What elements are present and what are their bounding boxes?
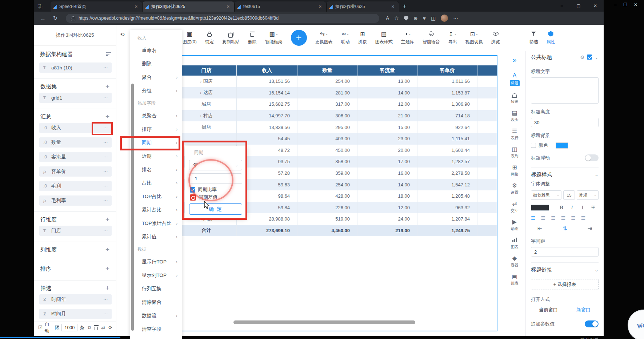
field-more-icon[interactable]: ⋯ — [103, 297, 108, 302]
outer-minimize-button[interactable]: – — [612, 2, 619, 7]
toolbar-layers[interactable]: ▣图层(0) — [183, 31, 197, 45]
align-right-icon[interactable]: ☰ — [551, 215, 556, 221]
menu-item-排名[interactable]: 排名› — [130, 163, 182, 176]
back-icon[interactable]: ← — [37, 15, 49, 21]
tab-close-icon[interactable]: ✕ — [133, 4, 139, 9]
menu-item-数据流[interactable]: 数据流› — [130, 309, 182, 322]
strip-item-grid[interactable]: ⊞网格 — [511, 164, 519, 177]
toolbar-splice[interactable]: ⊞拼接 — [358, 31, 367, 45]
column-header[interactable] — [477, 65, 497, 76]
strip-item-title[interactable]: A标题 — [510, 72, 520, 86]
field-more-icon[interactable]: ⋯ — [103, 311, 108, 316]
table-row[interactable]: 合计273,696.104,450.00219.001,249.75 — [176, 225, 497, 236]
outer-close-button[interactable]: ✕ — [632, 2, 639, 7]
column-header[interactable]: 数量 — [297, 65, 357, 76]
column-header[interactable]: 门店 — [176, 65, 236, 76]
title-float-toggle[interactable] — [585, 154, 599, 161]
strikethrough-icon[interactable]: T — [589, 205, 597, 211]
font-weight-select[interactable]: 常规⌄ — [577, 190, 599, 200]
collapse-panel-icon[interactable]: » — [513, 56, 517, 64]
menu-item-分组[interactable]: 分组› — [130, 84, 182, 97]
profile-avatar[interactable] — [441, 15, 448, 22]
field-pill-数量[interactable]: .0数量⋯ — [39, 137, 112, 148]
browser-essentials-icon[interactable]: ♥ — [423, 15, 426, 21]
table-row[interactable]: 街店13,839.56295.0015.00922.64 — [176, 121, 497, 133]
chevron-down-icon[interactable]: ⌄ — [595, 267, 599, 273]
field-more-icon[interactable]: ⋯ — [103, 183, 108, 189]
toolbar-trash[interactable]: 删除 — [248, 31, 257, 45]
menu-item-排序[interactable]: 排序› — [130, 122, 182, 136]
video-progress-bar[interactable] — [0, 337, 120, 338]
align-center-icon[interactable]: ☰ — [541, 215, 546, 221]
field-more-icon[interactable]: ⋯ — [103, 65, 108, 70]
field-pill-grid1[interactable]: Tgrid1⋯ — [39, 93, 112, 103]
add-field-icon[interactable]: + — [105, 82, 109, 90]
strip-item-table-row[interactable]: ☰表行 — [511, 128, 519, 141]
field-pill-客单价[interactable]: fx客单价⋯ — [39, 166, 112, 177]
indent-left-icon[interactable]: ⇤ — [537, 225, 542, 232]
browser-tab[interactable]: Speed-BI首页✕ — [51, 1, 143, 12]
horizontal-scrollbar[interactable] — [233, 320, 415, 324]
field-pill-时间月[interactable]: Z时间月⋯ — [39, 309, 112, 319]
font-size-input[interactable]: 15 — [563, 190, 575, 200]
tab-close-icon[interactable]: ✕ — [225, 4, 231, 9]
menu-item-显示列TOP[interactable]: 显示列TOP› — [130, 269, 182, 282]
browser-tab[interactable]: test0615✕ — [235, 1, 327, 12]
gear-icon[interactable]: ⚙ — [580, 55, 584, 60]
extensions-icon[interactable]: ◫ — [431, 15, 436, 21]
open-current-option[interactable]: 当前窗口 — [539, 307, 558, 313]
shuffle-icon[interactable]: ⇄ — [101, 325, 105, 330]
field-pill-门店[interactable]: T门店⋯ — [39, 226, 112, 236]
field-more-icon[interactable]: ⋯ — [103, 95, 108, 100]
field-more-icon[interactable]: ⋯ — [103, 228, 108, 233]
row-limit-input[interactable] — [61, 324, 77, 331]
menu-item-聚合[interactable]: 聚合› — [130, 70, 182, 84]
strip-item-table-header[interactable]: ▤表头 — [511, 109, 519, 122]
auto-checkbox[interactable]: ☑ — [38, 325, 43, 330]
field-pill-毛利[interactable]: .0毛利⋯ — [39, 181, 112, 191]
title-height-input[interactable]: 30 — [531, 118, 599, 127]
menu-item-重命名[interactable]: 重命名 — [130, 44, 182, 57]
font-color-swatch[interactable] — [531, 205, 549, 211]
field-pill-a81h (10)[interactable]: Ta81h (10)⋯ — [39, 62, 112, 73]
refresh-icon[interactable]: ↻ — [49, 15, 61, 21]
strip-item-table-column[interactable]: ◫表列 — [511, 146, 519, 159]
field-more-icon[interactable]: ⋯ — [103, 169, 108, 174]
collections-icon[interactable]: ⊕ — [413, 15, 418, 21]
toolbar-frame[interactable]: ▦⌄智能框架 — [265, 31, 283, 45]
browser-tab[interactable]: 操作2作业0625✕ — [327, 1, 399, 12]
toolbar-themes[interactable]: ◑⌄主题库 — [401, 31, 414, 45]
table-row[interactable]: ›达店16,154.14281.0014.001,153.87 — [176, 87, 497, 99]
strip-item-settings[interactable]: ⚙设置 — [511, 182, 519, 195]
field-more-icon[interactable]: ⋯ — [103, 198, 108, 203]
field-pill-毛利率[interactable]: fx毛利率⋯ — [39, 195, 112, 206]
trash-icon[interactable] — [95, 327, 98, 330]
expand-row-icon[interactable]: › — [200, 79, 201, 84]
open-new-option[interactable]: 新窗口 — [576, 307, 591, 313]
undo-icon[interactable]: ⟲ — [120, 31, 125, 38]
title-bg-color-swatch[interactable] — [556, 142, 568, 149]
close-button[interactable]: ✕ — [587, 0, 604, 12]
expand-row-icon[interactable]: › — [200, 114, 201, 118]
strip-item-alert[interactable]: 预警 — [511, 91, 519, 104]
chevron-down-icon[interactable]: ⌄ — [595, 55, 599, 60]
tab-list-icon[interactable]: ⿻ — [35, 1, 45, 11]
append-param-toggle[interactable] — [585, 320, 599, 327]
add-field-icon[interactable]: + — [105, 284, 109, 292]
outer-restore-button[interactable]: ❐ — [622, 2, 629, 7]
align-bottom-icon[interactable]: ☰ — [581, 215, 586, 221]
more-menu-icon[interactable]: ⋯ — [453, 15, 458, 21]
tab-close-icon[interactable]: ✕ — [390, 4, 396, 9]
toolbar-browse[interactable]: 浏览 — [491, 31, 500, 45]
minimize-button[interactable]: – — [553, 0, 570, 12]
toolbar-view-switch[interactable]: ⊡⌄视图切换 — [465, 31, 483, 45]
strip-item-interaction[interactable]: ⇄交互 — [511, 200, 519, 213]
add-field-icon[interactable]: + — [105, 113, 109, 121]
strip-item-dynamic[interactable]: ▶动态 — [511, 218, 519, 231]
menu-item-删除[interactable]: 删除 — [130, 57, 182, 70]
table-row[interactable]: ›国店13,151.56254.0013.001,011.66 — [176, 76, 497, 87]
maximize-button[interactable]: ▢ — [570, 0, 587, 12]
column-header[interactable]: 客单价 — [417, 65, 477, 76]
add-chart-button[interactable]: + — [291, 30, 307, 46]
menu-item-TOP占比[interactable]: TOP占比› — [130, 190, 182, 203]
